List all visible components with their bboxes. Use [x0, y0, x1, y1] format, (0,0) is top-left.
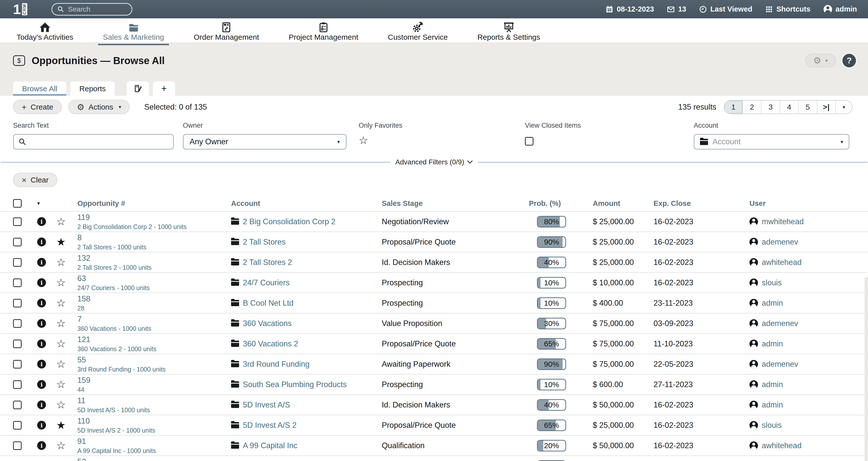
account-link[interactable]: 360 Vacations 2	[231, 339, 382, 348]
row-checkbox[interactable]	[13, 441, 22, 450]
row-checkbox[interactable]	[13, 279, 22, 287]
user-link[interactable]: ademenev	[748, 319, 854, 328]
user-link[interactable]: admin	[748, 400, 854, 409]
tab-browse-all[interactable]: Browse All	[13, 81, 66, 96]
last-page-button[interactable]: >|	[817, 100, 836, 114]
mail-menu[interactable]: 13	[667, 5, 686, 13]
nav-sales-marketing[interactable]: Sales & Marketing	[103, 21, 164, 45]
opportunity-number-link[interactable]: 159	[78, 376, 231, 385]
row-checkbox[interactable]	[13, 218, 22, 226]
favorite-star-icon[interactable]: ☆	[56, 297, 78, 310]
shortcuts-menu[interactable]: Shortcuts	[765, 5, 810, 13]
info-icon[interactable]: i	[37, 298, 46, 308]
opportunity-name-link[interactable]: 360 Vacations - 1000 units	[78, 325, 231, 332]
account-link[interactable]: B Cool Net Ltd	[231, 298, 382, 308]
row-checkbox[interactable]	[13, 380, 22, 389]
favorite-star-icon[interactable]: ★	[56, 235, 78, 249]
opportunity-number-link[interactable]: 119	[78, 213, 231, 222]
favorites-star-toggle[interactable]: ☆	[359, 134, 525, 147]
account-link[interactable]: 2 Tall Stores 2	[231, 258, 382, 267]
info-icon[interactable]: i	[37, 278, 46, 287]
favorite-star-icon[interactable]: ☆	[56, 215, 78, 228]
opportunity-number-link[interactable]: 52	[78, 457, 231, 461]
user-link[interactable]: admin	[748, 298, 854, 308]
row-checkbox[interactable]	[13, 360, 22, 369]
account-link[interactable]: 2 Tall Stores	[231, 237, 382, 247]
col-amount[interactable]: Amount	[585, 199, 651, 208]
app-logo[interactable]: 1 CRM	[13, 2, 27, 16]
info-icon[interactable]: i	[37, 258, 46, 267]
opportunity-name-link[interactable]: 3rd Round Funding - 1000 units	[78, 366, 231, 373]
col-sales-stage[interactable]: Sales Stage	[382, 199, 522, 208]
account-link[interactable]: 5D Invest A/S	[231, 400, 382, 409]
help-button[interactable]: ?	[842, 54, 856, 67]
search-text-input[interactable]	[13, 134, 174, 149]
row-checkbox[interactable]	[13, 401, 22, 409]
page-button-1[interactable]: 1	[724, 100, 743, 114]
user-link[interactable]: admin	[748, 380, 854, 389]
bulk-select-caret[interactable]: ▾	[37, 200, 56, 207]
info-icon[interactable]: i	[37, 421, 46, 430]
account-link[interactable]: South Sea Plumbing Products	[231, 380, 382, 389]
page-button-3[interactable]: 3	[762, 100, 780, 114]
info-icon[interactable]: i	[37, 441, 46, 450]
opportunity-number-link[interactable]: 55	[78, 355, 231, 365]
opportunity-name-link[interactable]: A 99 Capital Inc - 1000 units	[78, 447, 231, 455]
opportunity-name-link[interactable]: 2 Tall Stores - 1000 units	[78, 243, 231, 251]
user-link[interactable]: mwhitehead	[748, 217, 854, 226]
col-user[interactable]: User	[748, 199, 854, 208]
favorite-star-icon[interactable]: ☆	[56, 439, 78, 452]
nav-reports-settings[interactable]: Reports & Settings	[477, 21, 540, 41]
account-combo[interactable]: Account ▾	[694, 134, 849, 149]
favorite-star-icon[interactable]: ☆	[56, 337, 78, 350]
advanced-filters-toggle[interactable]: Advanced Filters (0/9)	[395, 158, 473, 166]
info-icon[interactable]: i	[37, 237, 46, 246]
account-link[interactable]: 24/7 Couriers	[231, 278, 382, 287]
opportunity-number-link[interactable]: 121	[78, 335, 231, 344]
user-link[interactable]: ademenev	[748, 237, 854, 247]
favorite-star-icon[interactable]: ★	[56, 419, 78, 432]
opportunity-number-link[interactable]: 132	[78, 254, 231, 263]
create-button[interactable]: + Create	[13, 100, 62, 114]
col-opportunity[interactable]: Opportunity #	[78, 199, 231, 208]
nav-project-management[interactable]: Project Management	[288, 21, 358, 41]
account-link[interactable]: 360 Vacations	[231, 319, 382, 328]
opportunity-name-link[interactable]: 44	[78, 386, 231, 393]
row-checkbox[interactable]	[13, 319, 22, 328]
user-link[interactable]: admin	[748, 339, 854, 348]
opportunity-name-link[interactable]: 24/7 Couriers - 1000 units	[78, 284, 231, 292]
actions-button[interactable]: ⚙ Actions ▾	[68, 100, 130, 114]
page-settings-button[interactable]: ⚙ ▾	[805, 54, 836, 67]
view-closed-checkbox[interactable]	[525, 137, 533, 146]
info-icon[interactable]: i	[37, 319, 46, 328]
info-icon[interactable]: i	[37, 380, 46, 389]
favorite-star-icon[interactable]: ☆	[56, 276, 78, 289]
account-link[interactable]: 3rd Round Funding	[231, 360, 382, 369]
page-select-caret[interactable]: ▾	[836, 100, 852, 114]
opportunity-name-link[interactable]: 2 Big Consolidation Corp 2 - 1000 units	[78, 223, 231, 231]
opportunity-number-link[interactable]: 7	[78, 315, 231, 324]
opportunity-name-link[interactable]: 28	[78, 305, 231, 312]
info-icon[interactable]: i	[37, 360, 46, 369]
page-button-2[interactable]: 2	[743, 100, 762, 114]
opportunity-number-link[interactable]: 110	[78, 416, 231, 426]
opportunity-name-link[interactable]: 5D Invest A/S 2 - 1000 units	[78, 427, 231, 434]
date-menu[interactable]: 08-12-2023	[606, 5, 654, 13]
opportunity-number-link[interactable]: 8	[78, 233, 231, 242]
global-search-input[interactable]: Search	[52, 3, 132, 16]
opportunity-number-link[interactable]: 11	[78, 396, 231, 405]
tab-reports[interactable]: Reports	[70, 81, 115, 96]
row-checkbox[interactable]	[13, 421, 22, 430]
opportunity-number-link[interactable]: 91	[78, 437, 231, 446]
tab-add[interactable]: +	[153, 81, 175, 96]
info-icon[interactable]: i	[37, 400, 46, 409]
row-checkbox[interactable]	[13, 299, 22, 308]
col-account[interactable]: Account	[231, 199, 382, 208]
info-icon[interactable]: i	[37, 339, 46, 348]
owner-select[interactable]: Any Owner ▾	[183, 134, 347, 149]
row-checkbox[interactable]	[13, 340, 22, 348]
favorite-star-icon[interactable]: ☆	[56, 358, 78, 371]
clear-button[interactable]: × Clear	[13, 173, 57, 187]
page-button-4[interactable]: 4	[780, 100, 799, 114]
tab-edit[interactable]	[127, 81, 149, 96]
